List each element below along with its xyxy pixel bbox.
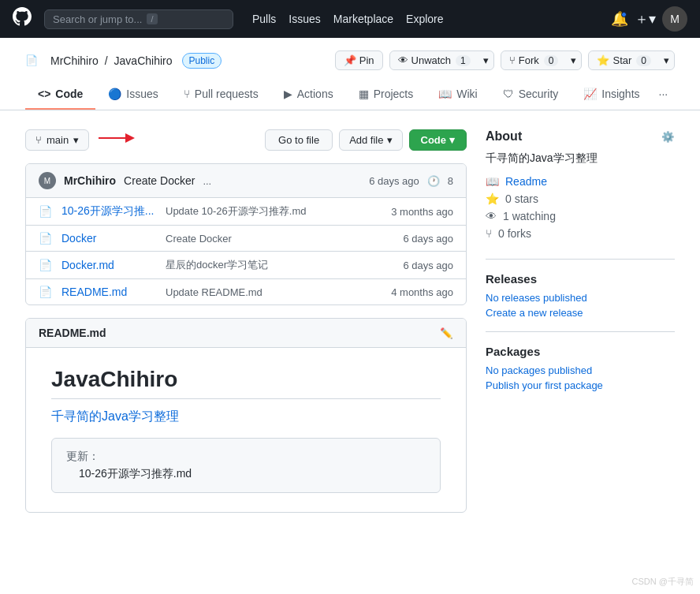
about-stars-item: ⭐ 0 stars — [486, 192, 675, 205]
branch-name: main — [47, 134, 69, 146]
visibility-badge: Public — [182, 53, 222, 69]
star-icon: ⭐ — [597, 54, 609, 66]
fork-count: 0 — [544, 55, 559, 66]
star-icon-about: ⭐ — [486, 192, 499, 205]
tab-insights[interactable]: 📈 Insights — [571, 80, 652, 110]
fork-group: ⑂ Fork 0 ▾ — [501, 50, 583, 70]
fork-button[interactable]: ⑂ Fork 0 — [501, 51, 567, 69]
notification-dot — [621, 12, 627, 17]
readme-header: README.md ✏️ — [26, 319, 466, 348]
tab-projects[interactable]: ▦ Projects — [346, 80, 426, 110]
pin-button[interactable]: 📌 Pin — [335, 50, 383, 70]
tab-code[interactable]: <> Code — [25, 80, 95, 110]
readme-body: JavaChihiro 千寻简的Java学习整理 更新： 10-26开源学习推荐… — [26, 348, 466, 512]
tab-wiki[interactable]: 📖 Wiki — [426, 80, 490, 110]
commit-author-name[interactable]: MrChihiro — [64, 174, 116, 187]
branch-chevron-icon: ▾ — [73, 134, 79, 146]
file-row: 📄 README.md Update README.md 4 months ag… — [26, 279, 466, 304]
about-description: 千寻简的Java学习整理 — [486, 151, 675, 166]
code-chevron-icon: ▾ — [449, 134, 455, 146]
issues-link[interactable]: Issues — [289, 13, 320, 25]
file-row: 📄 Docker Create Docker 6 days ago — [26, 226, 466, 252]
avatar[interactable]: M — [662, 6, 687, 32]
readme-box: README.md ✏️ JavaChihiro 千寻简的Java学习整理 更新… — [25, 318, 467, 513]
pin-label: Pin — [359, 54, 374, 66]
no-releases-link[interactable]: No releases published — [486, 292, 675, 304]
no-packages-link[interactable]: No packages published — [486, 364, 675, 376]
file-icon-3: 📄 — [39, 286, 52, 298]
marketplace-link[interactable]: Marketplace — [333, 13, 393, 25]
file-commit-3: Update README.md — [166, 286, 382, 298]
main-left: ⑂ main ▾ Go to file Add file ▾ — [25, 129, 467, 513]
search-box[interactable]: Search or jump to... / — [44, 9, 233, 29]
notifications-button[interactable]: 🔔 — [611, 10, 628, 28]
star-dropdown[interactable]: ▾ — [659, 51, 674, 69]
tab-actions[interactable]: ▶ Actions — [271, 80, 346, 110]
plus-button[interactable]: ＋▾ — [635, 9, 656, 28]
file-icon-2: 📄 — [39, 259, 52, 271]
commit-more[interactable]: ... — [203, 175, 211, 187]
add-file-button[interactable]: Add file ▾ — [339, 129, 402, 151]
repo-owner[interactable]: MrChihiro — [50, 54, 99, 67]
tab-pull-requests[interactable]: ⑂ Pull requests — [171, 80, 271, 110]
actions-tab-icon: ▶ — [284, 88, 292, 100]
commit-author-avatar: M — [39, 172, 56, 189]
commit-count[interactable]: 8 — [448, 175, 453, 187]
file-commit-0: Update 10-26开源学习推荐.md — [166, 204, 382, 219]
releases-title: Releases — [486, 272, 675, 286]
create-release-link[interactable]: Create a new release — [486, 307, 675, 319]
file-commit-1: Create Docker — [166, 233, 393, 245]
star-button[interactable]: ⭐ Star 0 — [589, 51, 659, 69]
fork-dropdown[interactable]: ▾ — [566, 51, 581, 69]
pr-tab-icon: ⑂ — [184, 88, 190, 100]
unwatch-count: 1 — [456, 55, 471, 66]
file-row: 📄 Docker.md 星辰的docker学习笔记 6 days ago — [26, 252, 466, 279]
stars-count: 0 stars — [505, 192, 538, 205]
file-name-2[interactable]: Docker.md — [61, 259, 156, 271]
file-time-0: 3 months ago — [391, 206, 453, 218]
tabs-more[interactable]: ··· — [653, 80, 675, 110]
tab-issues[interactable]: 🔵 Issues — [95, 80, 170, 110]
pulls-link[interactable]: Pulls — [252, 13, 276, 25]
tab-security[interactable]: 🛡 Security — [490, 80, 572, 110]
star-group: ⭐ Star 0 ▾ — [588, 50, 675, 70]
breadcrumb-sep: / — [105, 54, 108, 67]
projects-tab-icon: ▦ — [359, 88, 369, 100]
slash-badge: / — [147, 13, 157, 24]
security-tab-icon: 🛡 — [503, 88, 514, 100]
unwatch-dropdown[interactable]: ▾ — [478, 51, 493, 69]
readme-link[interactable]: Readme — [505, 175, 547, 188]
about-watching-item: 👁 1 watching — [486, 210, 675, 222]
file-name-0[interactable]: 10-26开源学习推... — [61, 204, 156, 219]
publish-package-link[interactable]: Publish your first package — [486, 379, 675, 391]
about-readme-item: 📖 Readme — [486, 175, 675, 188]
readme-heading: JavaChihiro — [51, 367, 441, 399]
file-icon-0: 📄 — [39, 205, 52, 218]
explore-link[interactable]: Explore — [406, 13, 443, 25]
divider-1 — [486, 259, 675, 260]
github-logo-icon[interactable] — [13, 7, 32, 31]
file-name-3[interactable]: README.md — [61, 286, 156, 298]
file-time-3: 4 months ago — [391, 286, 453, 298]
about-title: About — [486, 129, 522, 144]
fork-icon: ⑂ — [509, 54, 516, 66]
branch-icon: ⑂ — [35, 134, 42, 146]
code-button[interactable]: Code ▾ — [409, 129, 467, 151]
file-time-2: 6 days ago — [403, 260, 453, 271]
commit-history-icon: 🕐 — [427, 175, 440, 187]
pin-icon: 📌 — [344, 54, 356, 66]
repo-header: 📄 MrChihiro / JavaChihiro Public 📌 Pin 👁… — [0, 38, 700, 110]
eye-icon-about: 👁 — [486, 210, 497, 222]
goto-file-button[interactable]: Go to file — [265, 129, 333, 151]
file-icon-1: 📄 — [39, 232, 52, 245]
readme-edit-button[interactable]: ✏️ — [440, 327, 453, 339]
file-name-1[interactable]: Docker — [61, 232, 156, 245]
top-nav-links: Pulls Issues Marketplace Explore — [252, 13, 444, 25]
unwatch-button[interactable]: 👁 Unwatch 1 — [390, 51, 478, 69]
about-settings-button[interactable]: ⚙️ — [661, 131, 675, 143]
code-tab-icon: <> — [38, 88, 50, 100]
repo-name[interactable]: JavaChihiro — [114, 54, 173, 67]
commit-message: Create Docker — [124, 174, 195, 187]
readme-filename: README.md — [39, 327, 106, 339]
branch-selector[interactable]: ⑂ main ▾ — [25, 129, 89, 151]
